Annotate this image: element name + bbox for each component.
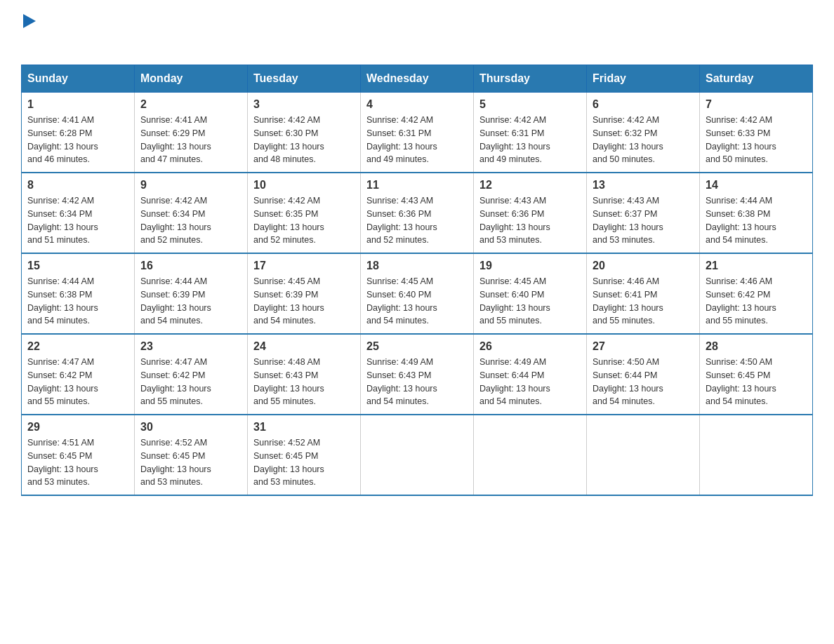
- day-number: 14: [706, 179, 807, 192]
- day-number: 12: [479, 179, 581, 192]
- day-info: Sunrise: 4:42 AM Sunset: 6:32 PM Dayligh…: [593, 114, 694, 166]
- day-number: 18: [366, 260, 468, 272]
- day-info: Sunrise: 4:50 AM Sunset: 6:44 PM Dayligh…: [593, 356, 694, 408]
- day-number: 11: [366, 179, 468, 192]
- calendar-day-cell: 8 Sunrise: 4:42 AM Sunset: 6:34 PM Dayli…: [22, 173, 135, 253]
- day-info: Sunrise: 4:49 AM Sunset: 6:44 PM Dayligh…: [479, 356, 581, 408]
- day-of-week-header: Wednesday: [361, 65, 474, 93]
- calendar-day-cell: 12 Sunrise: 4:43 AM Sunset: 6:36 PM Dayl…: [474, 173, 587, 253]
- day-of-week-header: Sunday: [22, 65, 135, 93]
- day-info: Sunrise: 4:51 AM Sunset: 6:45 PM Dayligh…: [27, 436, 128, 489]
- day-info: Sunrise: 4:42 AM Sunset: 6:35 PM Dayligh…: [253, 194, 355, 247]
- day-info: Sunrise: 4:42 AM Sunset: 6:30 PM Dayligh…: [253, 114, 355, 166]
- day-number: 22: [27, 340, 128, 353]
- day-number: 25: [366, 340, 468, 353]
- calendar-day-cell: 16 Sunrise: 4:44 AM Sunset: 6:39 PM Dayl…: [135, 253, 248, 334]
- day-info: Sunrise: 4:44 AM Sunset: 6:39 PM Dayligh…: [140, 275, 241, 328]
- calendar-day-cell: 26 Sunrise: 4:49 AM Sunset: 6:44 PM Dayl…: [474, 334, 587, 415]
- calendar-day-cell: 7 Sunrise: 4:42 AM Sunset: 6:33 PM Dayli…: [700, 93, 813, 173]
- day-number: 20: [593, 260, 694, 272]
- calendar-day-cell: 19 Sunrise: 4:45 AM Sunset: 6:40 PM Dayl…: [474, 253, 587, 334]
- day-info: Sunrise: 4:45 AM Sunset: 6:39 PM Dayligh…: [253, 275, 355, 328]
- day-info: Sunrise: 4:52 AM Sunset: 6:45 PM Dayligh…: [140, 436, 241, 489]
- calendar-day-cell: 13 Sunrise: 4:43 AM Sunset: 6:37 PM Dayl…: [587, 173, 700, 253]
- calendar-day-cell: [587, 415, 700, 495]
- calendar-day-cell: 22 Sunrise: 4:47 AM Sunset: 6:42 PM Dayl…: [22, 334, 135, 415]
- calendar-day-cell: 27 Sunrise: 4:50 AM Sunset: 6:44 PM Dayl…: [587, 334, 700, 415]
- day-number: 30: [140, 421, 241, 434]
- day-info: Sunrise: 4:46 AM Sunset: 6:41 PM Dayligh…: [593, 275, 694, 328]
- calendar-day-cell: 23 Sunrise: 4:47 AM Sunset: 6:42 PM Dayl…: [135, 334, 248, 415]
- day-info: Sunrise: 4:41 AM Sunset: 6:28 PM Dayligh…: [27, 114, 128, 166]
- page-header: [21, 14, 813, 51]
- calendar-day-cell: 6 Sunrise: 4:42 AM Sunset: 6:32 PM Dayli…: [587, 93, 700, 173]
- day-of-week-header: Tuesday: [248, 65, 361, 93]
- day-number: 7: [706, 98, 807, 111]
- day-number: 8: [27, 179, 128, 192]
- day-info: Sunrise: 4:45 AM Sunset: 6:40 PM Dayligh…: [366, 275, 468, 328]
- calendar-day-cell: 20 Sunrise: 4:46 AM Sunset: 6:41 PM Dayl…: [587, 253, 700, 334]
- calendar-day-cell: [474, 415, 587, 495]
- calendar-day-cell: 10 Sunrise: 4:42 AM Sunset: 6:35 PM Dayl…: [248, 173, 361, 253]
- day-info: Sunrise: 4:50 AM Sunset: 6:45 PM Dayligh…: [706, 356, 807, 408]
- day-info: Sunrise: 4:43 AM Sunset: 6:36 PM Dayligh…: [479, 194, 581, 247]
- day-of-week-header: Thursday: [474, 65, 587, 93]
- day-info: Sunrise: 4:47 AM Sunset: 6:42 PM Dayligh…: [140, 356, 241, 408]
- day-of-week-header: Saturday: [700, 65, 813, 93]
- day-info: Sunrise: 4:52 AM Sunset: 6:45 PM Dayligh…: [253, 436, 355, 489]
- day-info: Sunrise: 4:42 AM Sunset: 6:31 PM Dayligh…: [366, 114, 468, 166]
- calendar-day-cell: 25 Sunrise: 4:49 AM Sunset: 6:43 PM Dayl…: [361, 334, 474, 415]
- calendar-day-cell: 9 Sunrise: 4:42 AM Sunset: 6:34 PM Dayli…: [135, 173, 248, 253]
- day-number: 19: [479, 260, 581, 272]
- logo: [21, 14, 36, 51]
- calendar-day-cell: 1 Sunrise: 4:41 AM Sunset: 6:28 PM Dayli…: [22, 93, 135, 173]
- logo-arrow-icon: [23, 14, 36, 28]
- calendar-week-row: 29 Sunrise: 4:51 AM Sunset: 6:45 PM Dayl…: [22, 415, 813, 495]
- day-number: 27: [593, 340, 694, 353]
- calendar-header-row: SundayMondayTuesdayWednesdayThursdayFrid…: [22, 65, 813, 93]
- calendar-day-cell: 4 Sunrise: 4:42 AM Sunset: 6:31 PM Dayli…: [361, 93, 474, 173]
- day-info: Sunrise: 4:44 AM Sunset: 6:38 PM Dayligh…: [27, 275, 128, 328]
- calendar-week-row: 15 Sunrise: 4:44 AM Sunset: 6:38 PM Dayl…: [22, 253, 813, 334]
- day-number: 24: [253, 340, 355, 353]
- calendar-day-cell: 17 Sunrise: 4:45 AM Sunset: 6:39 PM Dayl…: [248, 253, 361, 334]
- calendar-day-cell: 21 Sunrise: 4:46 AM Sunset: 6:42 PM Dayl…: [700, 253, 813, 334]
- day-info: Sunrise: 4:49 AM Sunset: 6:43 PM Dayligh…: [366, 356, 468, 408]
- day-number: 9: [140, 179, 241, 192]
- day-info: Sunrise: 4:47 AM Sunset: 6:42 PM Dayligh…: [27, 356, 128, 408]
- day-info: Sunrise: 4:48 AM Sunset: 6:43 PM Dayligh…: [253, 356, 355, 408]
- day-number: 4: [366, 98, 468, 111]
- day-number: 21: [706, 260, 807, 272]
- calendar-day-cell: 3 Sunrise: 4:42 AM Sunset: 6:30 PM Dayli…: [248, 93, 361, 173]
- day-number: 29: [27, 421, 128, 434]
- day-info: Sunrise: 4:42 AM Sunset: 6:34 PM Dayligh…: [27, 194, 128, 247]
- calendar-week-row: 8 Sunrise: 4:42 AM Sunset: 6:34 PM Dayli…: [22, 173, 813, 253]
- calendar-table: SundayMondayTuesdayWednesdayThursdayFrid…: [21, 65, 813, 496]
- day-number: 1: [27, 98, 128, 111]
- day-of-week-header: Friday: [587, 65, 700, 93]
- day-number: 2: [140, 98, 241, 111]
- day-info: Sunrise: 4:42 AM Sunset: 6:31 PM Dayligh…: [479, 114, 581, 166]
- calendar-day-cell: [700, 415, 813, 495]
- calendar-day-cell: 2 Sunrise: 4:41 AM Sunset: 6:29 PM Dayli…: [135, 93, 248, 173]
- calendar-week-row: 1 Sunrise: 4:41 AM Sunset: 6:28 PM Dayli…: [22, 93, 813, 173]
- day-number: 6: [593, 98, 694, 111]
- day-number: 28: [706, 340, 807, 353]
- day-info: Sunrise: 4:46 AM Sunset: 6:42 PM Dayligh…: [706, 275, 807, 328]
- day-of-week-header: Monday: [135, 65, 248, 93]
- day-number: 16: [140, 260, 241, 272]
- calendar-day-cell: 30 Sunrise: 4:52 AM Sunset: 6:45 PM Dayl…: [135, 415, 248, 495]
- calendar-day-cell: 14 Sunrise: 4:44 AM Sunset: 6:38 PM Dayl…: [700, 173, 813, 253]
- calendar-day-cell: 28 Sunrise: 4:50 AM Sunset: 6:45 PM Dayl…: [700, 334, 813, 415]
- day-number: 15: [27, 260, 128, 272]
- day-info: Sunrise: 4:43 AM Sunset: 6:37 PM Dayligh…: [593, 194, 694, 247]
- day-number: 31: [253, 421, 355, 434]
- day-number: 17: [253, 260, 355, 272]
- day-number: 5: [479, 98, 581, 111]
- calendar-day-cell: 31 Sunrise: 4:52 AM Sunset: 6:45 PM Dayl…: [248, 415, 361, 495]
- calendar-day-cell: 29 Sunrise: 4:51 AM Sunset: 6:45 PM Dayl…: [22, 415, 135, 495]
- day-info: Sunrise: 4:45 AM Sunset: 6:40 PM Dayligh…: [479, 275, 581, 328]
- calendar-day-cell: 18 Sunrise: 4:45 AM Sunset: 6:40 PM Dayl…: [361, 253, 474, 334]
- calendar-day-cell: 24 Sunrise: 4:48 AM Sunset: 6:43 PM Dayl…: [248, 334, 361, 415]
- day-info: Sunrise: 4:42 AM Sunset: 6:34 PM Dayligh…: [140, 194, 241, 247]
